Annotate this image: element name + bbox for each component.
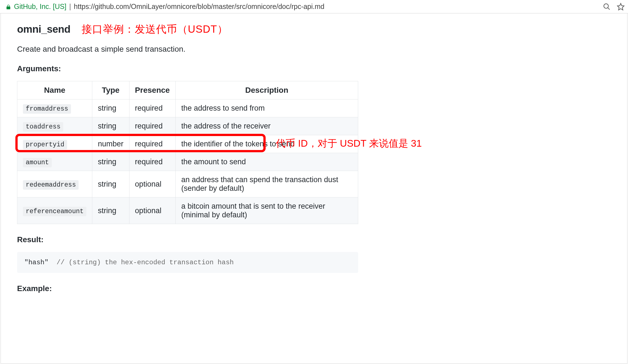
zoom-icon[interactable] xyxy=(603,3,611,11)
svg-line-1 xyxy=(608,8,610,9)
svg-marker-2 xyxy=(617,3,624,10)
arg-name-code: toaddress xyxy=(23,122,63,132)
arg-type-cell: string xyxy=(92,171,129,198)
separator: | xyxy=(69,3,71,11)
example-heading: Example: xyxy=(17,284,604,293)
arg-type-cell: string xyxy=(92,153,129,171)
arg-name-code: propertyid xyxy=(23,140,67,149)
arg-name-cell: fromaddress xyxy=(17,99,92,117)
th-description: Description xyxy=(176,81,358,99)
arg-presence-cell: required xyxy=(129,117,176,135)
site-identity: GitHub, Inc. [US] xyxy=(14,3,67,11)
arg-description-cell: a bitcoin amount that is sent to the rec… xyxy=(176,198,358,224)
arg-name-code: redeemaddress xyxy=(23,180,79,190)
arg-presence-cell: optional xyxy=(129,198,176,224)
arg-name-cell: redeemaddress xyxy=(17,171,92,198)
result-comment: // (string) the hex-encoded transaction … xyxy=(56,259,234,266)
arguments-table-wrap: Name Type Presence Description fromaddre… xyxy=(17,81,358,224)
star-icon[interactable] xyxy=(617,3,625,11)
arguments-table: Name Type Presence Description fromaddre… xyxy=(17,81,358,224)
arg-name-cell: amount xyxy=(17,153,92,171)
svg-point-0 xyxy=(604,4,608,8)
api-description: Create and broadcast a simple send trans… xyxy=(17,45,604,54)
arg-description-cell: an address that can spend the transactio… xyxy=(176,171,358,198)
arg-name-cell: referenceamount xyxy=(17,198,92,224)
th-name: Name xyxy=(17,81,92,99)
arg-description-cell: the address to send from xyxy=(176,99,358,117)
api-method-heading: omni_send xyxy=(17,23,70,35)
arg-presence-cell: required xyxy=(129,135,176,153)
table-row: referenceamountstringoptionala bitcoin a… xyxy=(17,198,358,224)
arguments-heading: Arguments: xyxy=(17,64,604,73)
arg-presence-cell: required xyxy=(129,153,176,171)
arg-description-cell: the amount to send xyxy=(176,153,358,171)
arg-type-cell: string xyxy=(92,99,129,117)
result-literal: "hash" xyxy=(24,259,48,266)
annotation-title: 接口举例：发送代币（USDT） xyxy=(82,22,228,36)
th-presence: Presence xyxy=(129,81,176,99)
annotation-side: 代币 ID，对于 USDT 来说值是 31 xyxy=(276,137,422,150)
result-heading: Result: xyxy=(17,235,604,244)
th-type: Type xyxy=(92,81,129,99)
lock-icon xyxy=(6,4,11,10)
arg-name-code: referenceamount xyxy=(23,207,86,216)
page-body: omni_send 接口举例：发送代币（USDT） Create and bro… xyxy=(1,13,627,364)
result-code-block: "hash" // (string) the hex-encoded trans… xyxy=(17,252,358,273)
table-row: amountstringrequiredthe amount to send xyxy=(17,153,358,171)
arg-description-cell: the address of the receiver xyxy=(176,117,358,135)
arg-presence-cell: required xyxy=(129,99,176,117)
arg-type-cell: string xyxy=(92,198,129,224)
arg-name-cell: toaddress xyxy=(17,117,92,135)
arg-name-code: amount xyxy=(23,158,52,167)
table-row: toaddressstringrequiredthe address of th… xyxy=(17,117,358,135)
arg-type-cell: string xyxy=(92,117,129,135)
arg-presence-cell: optional xyxy=(129,171,176,198)
table-header-row: Name Type Presence Description xyxy=(17,81,358,99)
arg-name-code: fromaddress xyxy=(23,104,71,114)
browser-address-bar[interactable]: GitHub, Inc. [US] | https://github.com/O… xyxy=(0,0,628,13)
table-row: redeemaddressstringoptionalan address th… xyxy=(17,171,358,198)
arg-name-cell: propertyid xyxy=(17,135,92,153)
table-row: fromaddressstringrequiredthe address to … xyxy=(17,99,358,117)
arg-type-cell: number xyxy=(92,135,129,153)
page-url: https://github.com/OmniLayer/omnicore/bl… xyxy=(74,3,324,11)
